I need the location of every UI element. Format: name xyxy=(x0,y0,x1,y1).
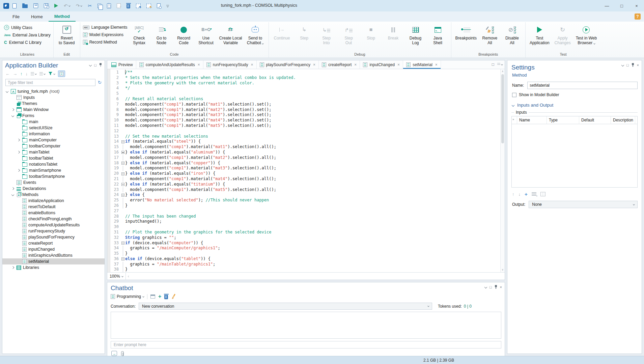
tree-chevron-icon[interactable] xyxy=(10,267,15,269)
fold-icon[interactable] xyxy=(120,192,125,198)
column-description[interactable]: Description xyxy=(611,116,635,124)
code-lines[interactable]: 1/**2* Sets the material properties when… xyxy=(110,69,500,272)
code-line-37[interactable]: 37 graphics = "/mainTablet/graphics1"; xyxy=(110,262,500,267)
external-java-library-button[interactable]: JavaExternal Java Library xyxy=(4,33,51,37)
code-line-30[interactable]: 30 xyxy=(110,224,500,230)
language-elements-button[interactable]: ABCLanguage Elements xyxy=(83,25,128,30)
nav-forward-icon[interactable]: → xyxy=(13,72,17,76)
run-icon[interactable] xyxy=(54,4,58,8)
tree-chevron-icon[interactable] xyxy=(10,188,15,190)
editor-maximize-icon[interactable]: □ xyxy=(492,62,494,67)
tree-chevron-icon[interactable] xyxy=(16,151,21,153)
scroll-up-icon[interactable]: ∧ xyxy=(502,70,504,73)
tree-item-mainComputer[interactable]: mainComputer xyxy=(2,137,105,143)
code-line-25[interactable]: 25 error("No material selected"); //This… xyxy=(110,198,500,203)
code-line-4[interactable]: 4*/ xyxy=(110,86,500,91)
tree-item-enableButtons[interactable]: enableButtons xyxy=(2,210,105,216)
tree-item-playSoundForFrequency[interactable]: playSoundForFrequency xyxy=(2,234,105,240)
tree-item-toolbarComputer[interactable]: toolbarComputer xyxy=(2,143,105,149)
code-line-12[interactable]: 12 xyxy=(110,129,500,134)
code-line-11[interactable]: 11model.component("comp1").material("mat… xyxy=(110,123,500,129)
editor-tab-inputChanged[interactable]: inputChanged× xyxy=(360,60,403,69)
inputs-table[interactable]: » Name Type Default Description Unit xyxy=(511,116,638,188)
test-in-web-browser-dropdown-icon[interactable] xyxy=(593,43,595,45)
tab-close-icon[interactable]: × xyxy=(313,62,315,67)
editor-tab-list-icon[interactable] xyxy=(497,63,503,66)
test-application-button[interactable]: TestApplication xyxy=(528,22,551,45)
delete-input-icon[interactable] xyxy=(532,192,536,196)
code-line-36[interactable]: 36else if (device.equals("tablet")) { xyxy=(110,256,500,262)
code-line-31[interactable]: 31// Plot the geometry in the graphics f… xyxy=(110,230,500,235)
tree-chevron-icon[interactable] xyxy=(10,115,15,117)
conversation-select[interactable]: New conversation xyxy=(139,303,432,310)
filter-button[interactable] xyxy=(48,72,55,76)
move-down-icon[interactable]: ↓ xyxy=(26,72,28,76)
send-to-chatbot-dropdown-icon[interactable] xyxy=(262,43,264,45)
attach-file-icon[interactable] xyxy=(121,351,124,356)
send-to-chatbot-button[interactable]: Send toChatbot xyxy=(245,22,266,45)
input-move-down-icon[interactable]: ↓ xyxy=(519,192,521,196)
code-line-29[interactable]: 29inputChanged(); xyxy=(110,219,500,224)
output-select[interactable]: None xyxy=(529,201,638,208)
redo-dropdown-icon[interactable] xyxy=(81,5,83,7)
code-line-15[interactable]: 15 model.component("comp1").material("ma… xyxy=(110,144,500,150)
tree-item-Inputs[interactable]: Inputs xyxy=(2,94,105,101)
tree-item-selectUISize[interactable]: selectUISize xyxy=(2,125,105,131)
code-line-27[interactable]: 27 xyxy=(110,208,500,214)
fold-icon[interactable] xyxy=(120,256,125,262)
chatbot-mode-button[interactable]: Programming xyxy=(111,294,144,299)
check-syntax-button[interactable]: [ABC]✓ CheckSyntax xyxy=(129,22,149,45)
tree-item-Methods[interactable]: Methods xyxy=(2,192,105,198)
copy-icon[interactable] xyxy=(97,4,101,8)
cut-icon[interactable]: ✂ xyxy=(88,3,92,8)
tree-item-toolbarSmartphone[interactable]: toolbarSmartphone xyxy=(2,173,105,179)
redo-button[interactable]: ↷ xyxy=(76,3,82,8)
scroll-down-icon[interactable]: ∨ xyxy=(502,269,504,271)
add-input-icon[interactable]: + xyxy=(525,192,528,197)
tree-item-initGraphicsAndButtons[interactable]: initGraphicsAndButtons xyxy=(2,252,105,258)
zoom-level-button[interactable]: 100% xyxy=(107,273,126,280)
refresh-icon[interactable]: ↻ xyxy=(98,80,102,85)
remove-all-button[interactable]: RemoveAll xyxy=(479,22,500,45)
code-line-7[interactable]: 7model.component("comp1").material("mat1… xyxy=(110,102,500,107)
tab-close-icon[interactable]: × xyxy=(397,62,400,67)
code-line-5[interactable]: 5 xyxy=(110,91,500,96)
tree-item-runFrequencyStudy[interactable]: runFrequencyStudy xyxy=(2,228,105,234)
editor-tab-computeAndUpdateResults[interactable]: computeAndUpdateResults× xyxy=(136,60,203,69)
tab-file[interactable]: File xyxy=(7,11,25,22)
editor-tab-setMaterial[interactable]: setMaterial× xyxy=(403,60,441,69)
code-line-19[interactable]: 19 model.component("comp1").material("ma… xyxy=(110,166,500,171)
editor-tab-playSoundForFrequency[interactable]: playSoundForFrequency× xyxy=(257,60,319,69)
settings-menu-icon[interactable] xyxy=(621,64,624,66)
tree-item-checkFindProngLength[interactable]: checkFindProngLength xyxy=(2,216,105,222)
open-in-window-icon[interactable] xyxy=(150,295,155,299)
move-up-icon[interactable]: ↑ xyxy=(20,72,23,76)
code-line-9[interactable]: 9model.component("comp1").material("mat3… xyxy=(110,112,500,118)
fold-icon[interactable] xyxy=(120,161,125,166)
duplicate-icon[interactable] xyxy=(117,3,121,8)
settings-close-icon[interactable]: × xyxy=(637,63,639,67)
tab-method[interactable]: Method xyxy=(49,11,76,22)
tree-chevron-icon[interactable] xyxy=(10,109,15,111)
test-in-web-browser-button[interactable]: Test in WebBrowser xyxy=(575,22,598,45)
settings-float-icon[interactable]: □ xyxy=(626,63,629,67)
code-line-34[interactable]: 34 graphics = "/mainComputer/graphics1"; xyxy=(110,246,500,251)
editor-vertical-scrollbar[interactable]: ∧ ∨ xyxy=(500,69,505,272)
model-expressions-button[interactable]: ↑Model Expressions xyxy=(83,32,128,37)
tree-item-mainTablet[interactable]: mainTablet xyxy=(2,149,105,155)
output-dropdown-icon[interactable] xyxy=(633,203,635,205)
tree-item-notationsTablet[interactable]: notationsTablet xyxy=(2,161,105,167)
record-method-button[interactable]: Record Method xyxy=(83,40,128,45)
fold-icon[interactable] xyxy=(120,150,125,155)
revert-to-saved-button[interactable]: Revertto Saved xyxy=(56,22,77,45)
chatbot-float-icon[interactable]: □ xyxy=(489,285,492,289)
code-line-38[interactable]: 38} xyxy=(110,267,500,272)
editor-tab-runFrequencyStudy[interactable]: runFrequencyStudy× xyxy=(203,60,257,69)
filter-input[interactable] xyxy=(5,79,95,86)
find-icon[interactable] xyxy=(157,3,161,8)
tree-item-Themes[interactable]: Themes xyxy=(2,101,105,107)
column-name[interactable]: Name xyxy=(517,116,547,124)
tree-chevron-icon[interactable] xyxy=(16,169,21,171)
tab-close-icon[interactable]: × xyxy=(435,62,438,67)
tree-item-Main Window[interactable]: Main Window xyxy=(2,107,105,113)
